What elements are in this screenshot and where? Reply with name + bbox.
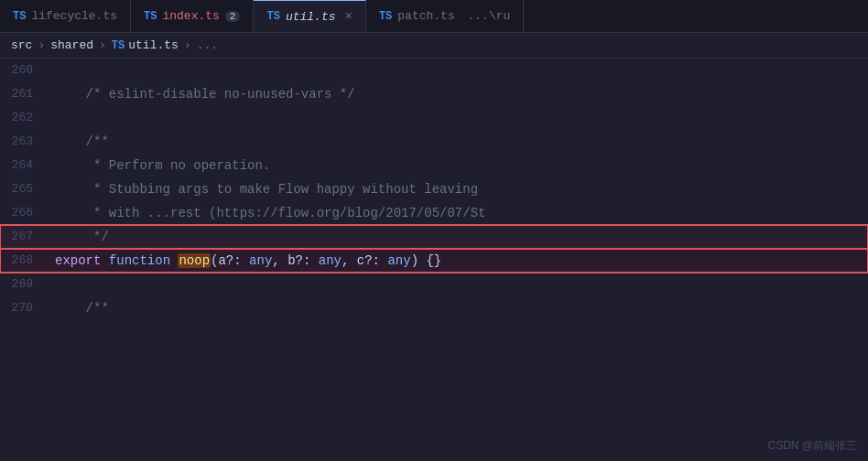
line-content [48, 273, 868, 296]
line-content: */ [48, 225, 868, 249]
line-number: 267 [0, 225, 48, 249]
breadcrumb-file: util.ts [128, 38, 179, 52]
line-number: 268 [0, 249, 48, 273]
table-row: 265 * Stubbing args to make Flow happy w… [0, 177, 868, 201]
line-number: 270 [0, 296, 48, 320]
line-content: /* eslint-disable no-unused-vars */ [48, 82, 868, 106]
ts-icon-breadcrumb: TS [112, 39, 125, 52]
line-content: export function noop(a?: any, b?: any, c… [48, 249, 868, 273]
tab-index[interactable]: TS index.ts 2 [131, 0, 254, 32]
tab-util-close[interactable]: × [344, 10, 352, 23]
tab-lifecycle-label: lifecycle.ts [31, 9, 117, 23]
tab-patch-extra: ...\ru [461, 9, 511, 23]
breadcrumb: src › shared › TS util.ts › ... [0, 33, 868, 59]
tab-patch-label: patch.ts [397, 9, 454, 23]
editor-container: TS lifecycle.ts TS index.ts 2 TS util.ts… [0, 0, 868, 461]
tab-util[interactable]: TS util.ts × [254, 0, 365, 32]
line-content: * with ...rest (https://flow.org/blog/20… [48, 201, 868, 225]
tab-patch[interactable]: TS patch.ts ...\ru [366, 0, 524, 32]
ts-icon: TS [13, 10, 26, 23]
breadcrumb-ellipsis: ... [197, 38, 218, 52]
ts-icon: TS [144, 10, 157, 23]
tab-bar: TS lifecycle.ts TS index.ts 2 TS util.ts… [0, 0, 868, 33]
breadcrumb-src: src [11, 38, 32, 52]
breadcrumb-shared: shared [50, 38, 93, 52]
line-content: /** [48, 130, 868, 154]
line-number: 269 [0, 273, 48, 296]
ts-icon: TS [379, 10, 392, 23]
line-number: 261 [0, 82, 48, 106]
line-number: 260 [0, 59, 48, 82]
table-row: 270 /** [0, 296, 868, 320]
line-number: 265 [0, 177, 48, 201]
ts-icon: TS [266, 10, 279, 23]
table-row: 267 */ [0, 225, 868, 249]
table-row: 261 /* eslint-disable no-unused-vars */ [0, 82, 868, 106]
watermark: CSDN @前端张三 [767, 438, 857, 454]
line-content [48, 59, 868, 82]
line-number: 262 [0, 106, 48, 130]
table-row: 260 [0, 59, 868, 82]
tab-index-badge: 2 [225, 11, 241, 22]
line-number: 264 [0, 154, 48, 177]
table-row: 268 export function noop(a?: any, b?: an… [0, 249, 868, 273]
table-row: 269 [0, 273, 868, 296]
line-content: /** [48, 296, 868, 320]
line-content: * Perform no operation. [48, 154, 868, 177]
table-row: 262 [0, 106, 868, 130]
table-row: 263 /** [0, 130, 868, 154]
tab-util-label: util.ts [286, 10, 336, 24]
table-row: 266 * with ...rest (https://flow.org/blo… [0, 201, 868, 225]
line-content: * Stubbing args to make Flow happy witho… [48, 177, 868, 201]
table-row: 264 * Perform no operation. [0, 154, 868, 177]
tab-index-label: index.ts [162, 9, 219, 23]
tab-lifecycle[interactable]: TS lifecycle.ts [0, 0, 131, 32]
code-area: 260 261 /* eslint-disable no-unused-vars… [0, 59, 868, 320]
line-number: 263 [0, 130, 48, 154]
line-number: 266 [0, 201, 48, 225]
line-content [48, 106, 868, 130]
